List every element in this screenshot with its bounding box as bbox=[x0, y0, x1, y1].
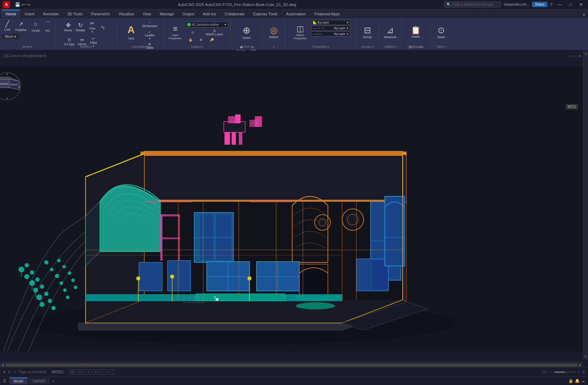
nav-cube[interactable]: FRONT RIGHT ▲ ▼ ◀ ▶ bbox=[0, 72, 21, 101]
ribbon-collapse-btn[interactable]: ▾ bbox=[583, 12, 585, 17]
cloud-btn[interactable]: ☁ bbox=[581, 379, 585, 383]
scroll-up-arrow[interactable]: ▲ bbox=[583, 51, 588, 56]
tab-annotate[interactable]: Annotate bbox=[39, 10, 63, 17]
quick-access-undo[interactable]: ↩ bbox=[22, 2, 25, 7]
search-box[interactable]: 🔍 Type a keyword or phrase bbox=[444, 1, 501, 7]
layer-isolate-btn[interactable]: 🔒 bbox=[185, 37, 195, 42]
ortho-btn[interactable]: ⊣ bbox=[84, 369, 91, 375]
dimension-button[interactable]: ↔Dimension bbox=[141, 20, 159, 29]
lineweight-byLayer[interactable]: ——— ByLayer ▾ bbox=[311, 31, 350, 36]
zoom-in-btn[interactable]: + bbox=[578, 370, 580, 374]
tab-visualize[interactable]: Visualize bbox=[114, 10, 139, 17]
insert-button[interactable]: ⊕ Insert bbox=[235, 20, 258, 44]
command-line[interactable]: ≡ Type a command bbox=[14, 370, 46, 374]
linetype-byLayer[interactable]: — — — ByLayer ▾ bbox=[311, 26, 350, 31]
ribbon-group-block: ⊕ Insert ✚ Create ✎ Edit Block bbox=[231, 19, 263, 49]
measure-button[interactable]: ⊿ Measure bbox=[381, 20, 399, 44]
tab-insert[interactable]: Insert bbox=[20, 10, 39, 17]
match-properties-button[interactable]: ◫ MatchProperties bbox=[291, 20, 309, 44]
layer-freeze-btn[interactable]: ❄ bbox=[196, 37, 206, 42]
osnap-btn[interactable]: ◌ bbox=[100, 369, 107, 375]
move-button[interactable]: ✥Move bbox=[63, 20, 73, 34]
properties-group-label[interactable]: Properties bbox=[285, 45, 356, 48]
svg-point-22 bbox=[62, 265, 66, 268]
color-byLayer[interactable]: ByLayer ▾ bbox=[311, 20, 350, 25]
tab-addins[interactable]: Add-ins bbox=[198, 10, 220, 17]
tab-manage[interactable]: Manage bbox=[155, 10, 178, 17]
grid-btn[interactable]: ⊞ bbox=[69, 369, 75, 375]
tab-output[interactable]: Output bbox=[178, 10, 198, 17]
make-current-button[interactable]: ⊙ bbox=[185, 28, 200, 37]
scroll-down-arrow[interactable]: ▼ bbox=[583, 354, 588, 359]
paste-button[interactable]: 📋 Paste bbox=[406, 20, 426, 44]
horizontal-scrollbar[interactable]: ◀ ▶ bbox=[0, 362, 583, 367]
canvas-area[interactable]: [-][Custom View][Hidden] — □ ✕ bbox=[0, 51, 588, 367]
tab-view[interactable]: View bbox=[139, 10, 156, 17]
tab-layout1[interactable]: Layout1 bbox=[28, 378, 50, 384]
circle-button[interactable]: ○ Circle bbox=[30, 20, 42, 33]
tab-home[interactable]: Home bbox=[1, 10, 20, 17]
viewport-restore-btn[interactable]: □ bbox=[574, 53, 577, 58]
hamburger-btn[interactable]: ☰ bbox=[3, 379, 6, 383]
text-button[interactable]: A Text bbox=[122, 20, 140, 44]
modify-group-label[interactable]: Modify bbox=[55, 45, 117, 48]
tab-expresstools[interactable]: Express Tools bbox=[249, 10, 282, 17]
utilities-group-label[interactable]: Utilities bbox=[379, 45, 401, 48]
close-btn[interactable]: ✕ bbox=[577, 1, 585, 8]
wcs-label[interactable]: WCS bbox=[566, 104, 578, 109]
polar-btn[interactable]: ✦ bbox=[93, 369, 99, 375]
snap-btn[interactable]: ⊡ bbox=[77, 369, 83, 375]
arc-button[interactable]: ⌒ Arc bbox=[43, 20, 53, 33]
match-layer-button[interactable]: ◎ Match Layer bbox=[201, 28, 228, 37]
building-viewport[interactable] bbox=[0, 51, 588, 367]
trim-button[interactable]: ✂Trim bbox=[87, 20, 97, 34]
layer-lock-btn[interactable]: 🔑 bbox=[207, 37, 217, 42]
layer-dropdown[interactable]: 3D_furniture-indoor ▾ bbox=[185, 22, 228, 27]
annotation-group-label[interactable]: Annotation bbox=[118, 45, 164, 48]
tab-parametric[interactable]: Parametric bbox=[87, 10, 114, 17]
view-group-label[interactable]: View bbox=[430, 45, 452, 48]
minimize-btn[interactable]: — bbox=[555, 1, 564, 8]
tab-automation[interactable]: Automation bbox=[282, 10, 310, 17]
add-tab-button[interactable]: + bbox=[50, 379, 57, 383]
layer-properties-button[interactable]: ≡ LayerProperties bbox=[166, 20, 185, 44]
zoom-slider[interactable] bbox=[554, 371, 576, 373]
maximize-btn[interactable]: □ bbox=[567, 1, 574, 8]
block-group-label[interactable]: Block bbox=[231, 45, 262, 48]
line-button[interactable]: ╱ Line bbox=[2, 20, 12, 33]
draw-more-btn[interactable]: More ▾ bbox=[2, 34, 19, 39]
draw-group-label[interactable]: Draw bbox=[0, 45, 55, 48]
clipboard-group-label[interactable]: Clipboard bbox=[402, 45, 430, 48]
command-close-btn[interactable]: ✕ bbox=[3, 370, 6, 374]
layers-group-label[interactable]: Layers bbox=[164, 45, 230, 48]
base-button[interactable]: ⊙ Base bbox=[432, 20, 450, 44]
zoom-out-btn[interactable]: — bbox=[548, 370, 552, 374]
viewport-close-btn[interactable]: ✕ bbox=[578, 53, 582, 58]
tab-model[interactable]: Model bbox=[9, 378, 27, 384]
svg-point-6 bbox=[36, 294, 42, 300]
title-text: AutoCAD 2025 AutoCAD-FY25_Fire-Station-B… bbox=[178, 2, 296, 7]
polyline-button[interactable]: ↗ Polyline bbox=[13, 20, 29, 33]
freeform-button[interactable]: ∿ bbox=[98, 20, 108, 34]
notifications-btn[interactable]: 🔔 bbox=[575, 379, 580, 383]
tab-featuredapps[interactable]: Featured Apps bbox=[310, 10, 344, 17]
rotate-button[interactable]: ↻Rotate bbox=[74, 20, 87, 34]
viewport-minimize-btn[interactable]: — bbox=[569, 53, 573, 58]
quick-access-save[interactable]: 💾 bbox=[15, 2, 20, 7]
group-button[interactable]: ⊟ Group bbox=[359, 20, 376, 44]
detect-button[interactable]: ◎ Detect bbox=[265, 20, 283, 44]
leader-button[interactable]: ↙Leader bbox=[141, 29, 159, 41]
command-filter-btn[interactable]: ▷ bbox=[9, 370, 11, 374]
scroll-left-arrow[interactable]: ◀ bbox=[0, 363, 5, 367]
settings-btn[interactable]: ⚙ bbox=[582, 370, 585, 374]
scroll-right-arrow[interactable]: ▶ bbox=[578, 363, 583, 367]
vertical-scrollbar[interactable]: ▲ ▼ bbox=[583, 51, 588, 359]
share-btn[interactable]: Share bbox=[532, 2, 547, 7]
otrack-btn[interactable]: ∷ bbox=[109, 369, 114, 375]
groups-group-label[interactable]: Groups bbox=[356, 45, 378, 48]
help-btn[interactable]: ? bbox=[550, 2, 552, 7]
scroll-h-thumb[interactable] bbox=[6, 364, 577, 366]
quick-access-redo[interactable]: ↪ bbox=[27, 2, 30, 7]
tab-3dtools[interactable]: 3D Tools bbox=[63, 10, 87, 17]
tab-collaborate[interactable]: Collaborate bbox=[220, 10, 249, 17]
